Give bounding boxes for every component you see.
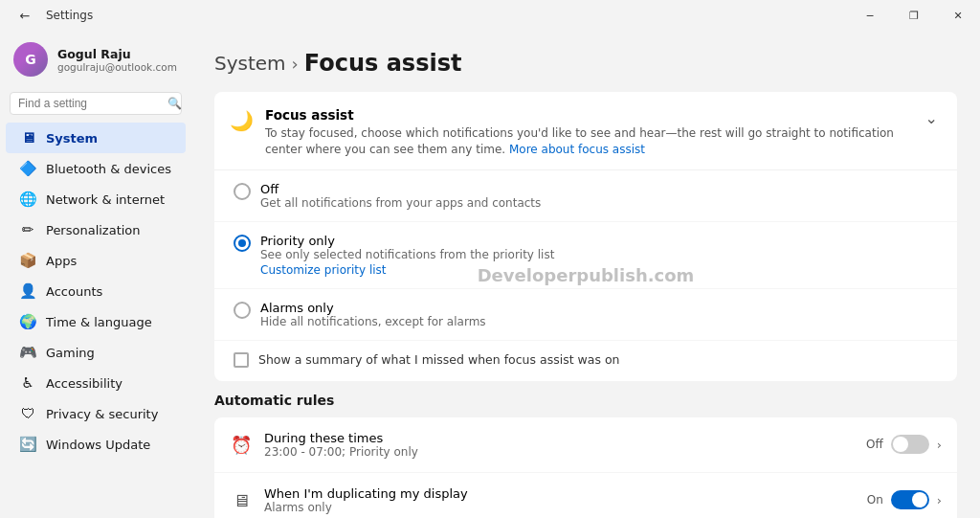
rule-title-0: During these times xyxy=(264,431,855,445)
rules-list: ⏰ During these times 23:00 - 07:00; Prio… xyxy=(214,417,957,518)
radio-circle-priority[interactable] xyxy=(234,235,251,252)
back-button[interactable]: ← xyxy=(11,2,38,29)
sidebar-item-accounts[interactable]: 👤 Accounts xyxy=(6,276,186,306)
sidebar-item-gaming[interactable]: 🎮 Gaming xyxy=(6,337,186,368)
search-input[interactable] xyxy=(18,97,162,110)
update-icon: 🔄 xyxy=(19,436,36,453)
sidebar-label-apps: Apps xyxy=(46,254,77,268)
sidebar-item-accessibility[interactable]: ♿ Accessibility xyxy=(6,368,186,398)
focus-header: 🌙 Focus assist To stay focused, choose w… xyxy=(214,92,957,170)
rule-chevron-1[interactable]: › xyxy=(937,493,942,507)
user-email: gogulraju@outlook.com xyxy=(57,61,177,73)
bluetooth-icon: 🔷 xyxy=(19,160,36,177)
automatic-rules-card: ⏰ During these times 23:00 - 07:00; Prio… xyxy=(214,417,957,518)
sidebar-item-system[interactable]: 🖥 System xyxy=(6,123,186,153)
sidebar-label-privacy: Privacy & security xyxy=(46,407,158,421)
rule-icon-1: 🖥 xyxy=(230,490,253,510)
sidebar-item-personalization[interactable]: ✏️ Personalization xyxy=(6,214,186,245)
titlebar: ← Settings ─ ❐ ✕ xyxy=(0,0,980,31)
sidebar-item-privacy[interactable]: 🛡 Privacy & security xyxy=(6,398,186,429)
breadcrumb: System › Focus assist xyxy=(214,50,957,77)
focus-learn-more-link[interactable]: More about focus assist xyxy=(509,143,645,156)
radio-text-priority: Priority only See only selected notifica… xyxy=(260,234,554,277)
gaming-icon: 🎮 xyxy=(19,344,36,361)
radio-option-off[interactable]: Off Get all notifications from your apps… xyxy=(214,170,957,222)
focus-description: To stay focused, choose which notificati… xyxy=(265,125,922,158)
search-icon: 🔍 xyxy=(167,97,182,110)
radio-desc-off: Get all notifications from your apps and… xyxy=(260,196,541,210)
sidebar-label-personalization: Personalization xyxy=(46,223,141,237)
radio-desc-alarms: Hide all notifications, except for alarm… xyxy=(260,315,486,328)
sidebar-label-accounts: Accounts xyxy=(46,284,102,299)
rule-title-1: When I'm duplicating my display xyxy=(264,486,856,501)
sidebar-label-bluetooth: Bluetooth & devices xyxy=(46,162,171,176)
time-icon: 🌍 xyxy=(19,313,36,330)
radio-circle-off[interactable] xyxy=(234,183,251,200)
system-icon: 🖥 xyxy=(19,129,36,146)
radio-text-off: Off Get all notifications from your apps… xyxy=(260,182,541,210)
moon-icon: 🌙 xyxy=(230,109,254,132)
breadcrumb-parent[interactable]: System xyxy=(214,52,286,75)
rule-sub-1: Alarms only xyxy=(264,501,856,514)
app-body: G Gogul Raju gogulraju@outlook.com 🔍 🖥 S… xyxy=(0,31,980,518)
summary-checkbox[interactable] xyxy=(234,352,249,368)
radio-circle-alarms[interactable] xyxy=(234,302,251,319)
sidebar-label-network: Network & internet xyxy=(46,192,165,207)
rule-icon-0: ⏰ xyxy=(230,435,253,455)
collapse-button[interactable]: ⌄ xyxy=(922,107,942,129)
nav-list: 🖥 System 🔷 Bluetooth & devices 🌐 Network… xyxy=(0,123,191,460)
radio-label-priority: Priority only xyxy=(260,234,554,248)
rule-row[interactable]: ⏰ During these times 23:00 - 07:00; Prio… xyxy=(214,417,957,473)
focus-assist-card: 🌙 Focus assist To stay focused, choose w… xyxy=(214,92,957,381)
rule-right-1: On › xyxy=(867,490,942,509)
summary-label: Show a summary of what I missed when foc… xyxy=(258,352,619,367)
avatar: G xyxy=(13,42,48,77)
radio-label-alarms: Alarms only xyxy=(260,301,486,315)
apps-icon: 📦 xyxy=(19,252,36,269)
rule-right-0: Off › xyxy=(866,435,942,454)
rule-state-1: On xyxy=(867,493,883,507)
rule-sub-0: 23:00 - 07:00; Priority only xyxy=(264,445,855,459)
window-controls: ─ ❐ ✕ xyxy=(848,0,980,31)
sidebar-label-gaming: Gaming xyxy=(46,346,95,360)
summary-row[interactable]: Show a summary of what I missed when foc… xyxy=(214,341,957,381)
sidebar-label-accessibility: Accessibility xyxy=(46,376,122,391)
rule-toggle-0[interactable] xyxy=(891,435,929,454)
sidebar-label-system: System xyxy=(46,131,98,146)
automatic-rules-title: Automatic rules xyxy=(214,393,957,408)
rule-toggle-1[interactable] xyxy=(891,490,929,509)
radio-text-alarms: Alarms only Hide all notifications, exce… xyxy=(260,301,486,328)
rule-row[interactable]: 🖥 When I'm duplicating my display Alarms… xyxy=(214,473,957,518)
customize-priority-link[interactable]: Customize priority list xyxy=(260,263,554,277)
sidebar-item-time[interactable]: 🌍 Time & language xyxy=(6,306,186,337)
search-box[interactable]: 🔍 xyxy=(10,92,182,115)
radio-option-alarms[interactable]: Alarms only Hide all notifications, exce… xyxy=(214,289,957,341)
focus-title: Focus assist xyxy=(265,107,922,123)
privacy-icon: 🛡 xyxy=(19,405,36,422)
sidebar-label-update: Windows Update xyxy=(46,438,150,452)
radio-desc-priority: See only selected notifications from the… xyxy=(260,248,554,261)
toggle-knob-0 xyxy=(893,437,908,452)
rule-text-0: During these times 23:00 - 07:00; Priori… xyxy=(264,431,855,459)
radio-option-priority[interactable]: Priority only See only selected notifica… xyxy=(214,222,957,289)
network-icon: 🌐 xyxy=(19,191,36,208)
app-title: Settings xyxy=(46,9,93,22)
sidebar-item-bluetooth[interactable]: 🔷 Bluetooth & devices xyxy=(6,153,186,184)
focus-header-text: Focus assist To stay focused, choose whi… xyxy=(265,107,922,158)
sidebar-item-network[interactable]: 🌐 Network & internet xyxy=(6,184,186,214)
sidebar-item-update[interactable]: 🔄 Windows Update xyxy=(6,429,186,460)
rule-chevron-0[interactable]: › xyxy=(937,438,942,452)
close-button[interactable]: ✕ xyxy=(936,0,980,31)
accounts-icon: 👤 xyxy=(19,282,36,300)
personalization-icon: ✏️ xyxy=(19,221,36,238)
user-profile[interactable]: G Gogul Raju gogulraju@outlook.com xyxy=(0,31,191,88)
minimize-button[interactable]: ─ xyxy=(848,0,892,31)
accessibility-icon: ♿ xyxy=(19,374,36,392)
maximize-button[interactable]: ❐ xyxy=(892,0,936,31)
breadcrumb-current: Focus assist xyxy=(304,50,462,77)
radio-label-off: Off xyxy=(260,182,541,196)
sidebar: G Gogul Raju gogulraju@outlook.com 🔍 🖥 S… xyxy=(0,31,191,518)
breadcrumb-separator: › xyxy=(292,54,299,74)
rule-text-1: When I'm duplicating my display Alarms o… xyxy=(264,486,856,514)
sidebar-item-apps[interactable]: 📦 Apps xyxy=(6,245,186,276)
